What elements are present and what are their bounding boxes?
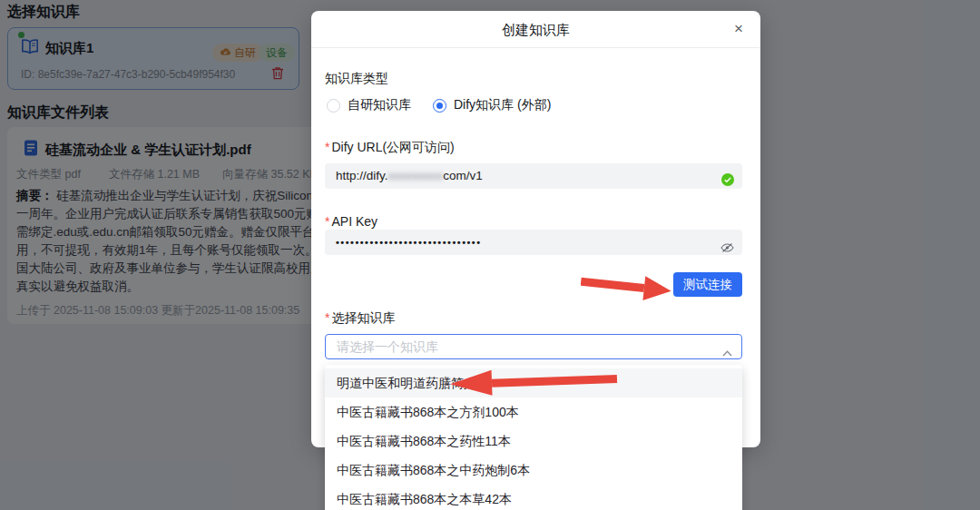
kb-type-radio-group: 自研知识库 Dify知识库 (外部) — [327, 97, 551, 113]
eye-off-icon[interactable] — [720, 237, 734, 248]
dify-url-input[interactable]: http://dify.xxxxxxxxxcom/v1 — [325, 163, 742, 189]
api-key-input[interactable]: •••••••••••••••••••••••••••••• — [325, 230, 742, 255]
chevron-up-icon[interactable] — [722, 344, 732, 350]
radio-unselected-icon[interactable] — [327, 99, 340, 113]
radio-self-kb[interactable]: 自研知识库 — [327, 97, 411, 113]
dropdown-option[interactable]: 中医古籍藏书868本之中药炮制6本 — [325, 456, 742, 485]
dropdown-option[interactable]: 中医古籍藏书868本之药性11本 — [325, 427, 742, 456]
check-circle-icon — [721, 170, 734, 182]
kb-dropdown-menu: 明道中医和明道药膳简介 中医古籍藏书868本之方剂100本 中医古籍藏书868本… — [325, 365, 742, 510]
dropdown-option[interactable]: 明道中医和明道药膳简介 — [325, 368, 742, 397]
select-placeholder: 请选择一个知识库 — [337, 335, 438, 358]
api-key-label: *API Key — [325, 214, 377, 229]
test-connection-button[interactable]: 测试连接 — [673, 272, 742, 297]
radio-dify-kb[interactable]: Dify知识库 (外部) — [433, 97, 551, 113]
masked-api-key: •••••••••••••••••••••••••••••• — [336, 237, 482, 248]
kb-type-label: 知识库类型 — [325, 71, 388, 87]
kb-select-input[interactable]: 请选择一个知识库 — [325, 334, 742, 359]
modal-title: 创建知识库 — [311, 11, 760, 48]
radio-selected-icon[interactable] — [433, 99, 446, 113]
select-kb-label: *选择知识库 — [325, 310, 395, 327]
redacted-url-part: xxxxxxxxx — [388, 169, 444, 182]
dify-url-label: *Dify URL(公网可访问) — [325, 140, 455, 156]
modal-header: 创建知识库 × — [311, 11, 760, 48]
close-icon[interactable]: × — [728, 18, 750, 40]
dropdown-option[interactable]: 中医古籍藏书868本之本草42本 — [325, 485, 742, 510]
dropdown-option[interactable]: 中医古籍藏书868本之方剂100本 — [325, 397, 742, 427]
